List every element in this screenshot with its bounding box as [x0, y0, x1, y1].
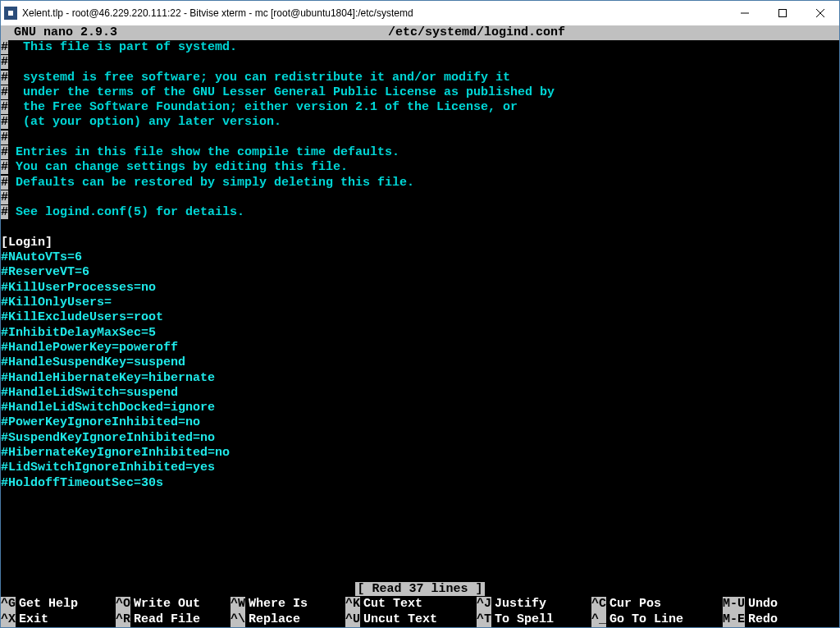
window-controls	[726, 1, 839, 25]
shortcut-exit[interactable]: ^XExit	[1, 612, 116, 627]
shortcut-cur-pos[interactable]: ^CCur Pos	[591, 597, 723, 612]
shortcut-row-2: ^XExit ^RRead File ^\Replace ^UUncut Tex…	[1, 612, 839, 627]
shortcut-redo[interactable]: M-ERedo	[723, 612, 821, 627]
shortcut-go-to-line[interactable]: ^_Go To Line	[591, 612, 723, 627]
app-window: Xelent.tlp - root@46.229.220.111:22 - Bi…	[0, 0, 840, 628]
minimize-icon	[741, 9, 749, 17]
maximize-icon	[778, 9, 787, 17]
shortcut-read-file[interactable]: ^RRead File	[116, 612, 231, 627]
app-icon	[4, 7, 17, 20]
shortcut-row-1: ^GGet Help ^OWrite Out ^WWhere Is ^KCut …	[1, 597, 839, 612]
minimize-button[interactable]	[726, 1, 764, 25]
shortcut-uncut-text[interactable]: ^UUncut Text	[345, 612, 477, 627]
close-button[interactable]	[801, 1, 839, 25]
svg-rect-1	[779, 10, 787, 17]
nano-header: GNU nano 2.9.3 /etc/systemd/logind.conf	[1, 25, 839, 40]
section-header: [Login]	[1, 236, 52, 250]
nano-version: GNU nano 2.9.3	[4, 25, 117, 40]
status-text: [ Read 37 lines ]	[355, 582, 484, 596]
shortcut-get-help[interactable]: ^GGet Help	[1, 597, 116, 612]
titlebar[interactable]: Xelent.tlp - root@46.229.220.111:22 - Bi…	[1, 1, 839, 25]
terminal[interactable]: GNU nano 2.9.3 /etc/systemd/logind.conf …	[1, 25, 839, 627]
shortcut-write-out[interactable]: ^OWrite Out	[116, 597, 231, 612]
nano-filepath: /etc/systemd/logind.conf	[117, 25, 836, 40]
shortcut-where-is[interactable]: ^WWhere Is	[231, 597, 345, 612]
shortcut-cut-text[interactable]: ^KCut Text	[345, 597, 477, 612]
close-icon	[816, 9, 824, 17]
shortcut-bar: ^GGet Help ^OWrite Out ^WWhere Is ^KCut …	[1, 597, 839, 627]
maximize-button[interactable]	[764, 1, 801, 25]
shortcut-to-spell[interactable]: ^TTo Spell	[477, 612, 591, 627]
window-title: Xelent.tlp - root@46.229.220.111:22 - Bi…	[22, 7, 726, 19]
shortcut-replace[interactable]: ^\Replace	[231, 612, 345, 627]
shortcut-justify[interactable]: ^JJustify	[477, 597, 591, 612]
editor-content[interactable]: # This file is part of systemd.## system…	[1, 40, 839, 582]
status-line: [ Read 37 lines ]	[1, 582, 839, 597]
shortcut-undo[interactable]: M-UUndo	[723, 597, 821, 612]
